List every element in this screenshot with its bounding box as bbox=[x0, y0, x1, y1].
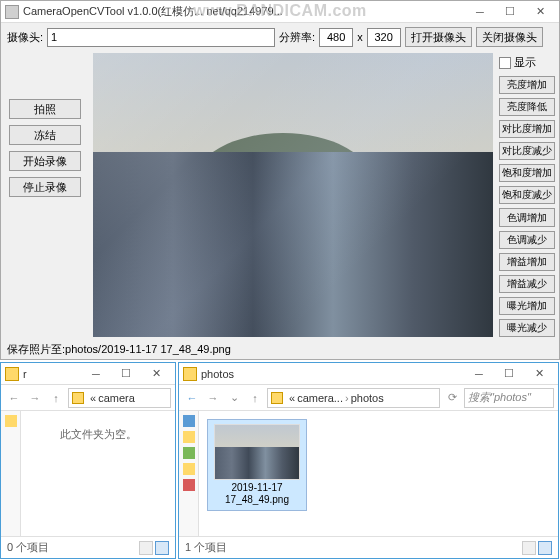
explorer1-title: r bbox=[23, 368, 81, 380]
camera-preview bbox=[93, 53, 493, 337]
view-icons-icon[interactable] bbox=[155, 541, 169, 555]
forward-icon[interactable]: → bbox=[204, 389, 222, 407]
resolution-label: 分辨率: bbox=[279, 30, 315, 45]
explorer2-nav: ← → ⌄ ↑ « camera... › photos ⟳ 搜索"photos… bbox=[179, 385, 558, 411]
hue-up-button[interactable]: 色调增加 bbox=[499, 208, 555, 226]
view-icons-icon[interactable] bbox=[538, 541, 552, 555]
breadcrumb-item[interactable]: « bbox=[289, 392, 295, 404]
item-count: 1 个项目 bbox=[185, 540, 227, 555]
view-details-icon[interactable] bbox=[139, 541, 153, 555]
explorer2-titlebar: photos ─ ☐ ✕ bbox=[179, 363, 558, 385]
refresh-icon[interactable]: ⟳ bbox=[443, 389, 461, 407]
folder-icon bbox=[5, 367, 19, 381]
quickaccess-icon[interactable] bbox=[183, 415, 195, 427]
explorer2-statusbar: 1 个项目 bbox=[179, 536, 558, 558]
maximize-button[interactable]: ☐ bbox=[495, 3, 525, 21]
exposure-down-button[interactable]: 曝光减少 bbox=[499, 319, 555, 337]
folder-icon bbox=[72, 392, 84, 404]
show-checkbox[interactable] bbox=[499, 57, 511, 69]
explorer2-maximize[interactable]: ☐ bbox=[494, 365, 524, 383]
watermark: www.BANDICAM.com bbox=[193, 2, 367, 20]
show-label: 显示 bbox=[514, 55, 536, 70]
view-details-icon[interactable] bbox=[522, 541, 536, 555]
start-record-button[interactable]: 开始录像 bbox=[9, 151, 81, 171]
explorer1-sidebar bbox=[1, 411, 21, 536]
capture-button[interactable]: 拍照 bbox=[9, 99, 81, 119]
back-icon[interactable]: ← bbox=[5, 389, 23, 407]
explorer2-title: photos bbox=[201, 368, 464, 380]
app-icon bbox=[5, 5, 19, 19]
left-panel: 拍照 冻结 开始录像 停止录像 bbox=[1, 51, 91, 339]
forward-icon[interactable]: → bbox=[26, 389, 44, 407]
folder-icon bbox=[271, 392, 283, 404]
contrast-up-button[interactable]: 对比度增加 bbox=[499, 120, 555, 138]
explorer2-breadcrumb[interactable]: « camera... › photos bbox=[267, 388, 440, 408]
explorer2-minimize[interactable]: ─ bbox=[464, 365, 494, 383]
up-icon[interactable]: ↑ bbox=[47, 389, 65, 407]
desktop-icon[interactable] bbox=[183, 431, 195, 443]
explorer-window-2: photos ─ ☐ ✕ ← → ⌄ ↑ « camera... › photo… bbox=[178, 362, 559, 559]
gain-down-button[interactable]: 增益减少 bbox=[499, 275, 555, 293]
explorer1-breadcrumb[interactable]: « camera bbox=[68, 388, 171, 408]
pictures-icon[interactable] bbox=[183, 479, 195, 491]
dropdown-icon[interactable]: ⌄ bbox=[225, 389, 243, 407]
folder-icon bbox=[183, 367, 197, 381]
downloads-icon[interactable] bbox=[183, 447, 195, 459]
height-input[interactable] bbox=[367, 28, 401, 47]
brightness-up-button[interactable]: 亮度增加 bbox=[499, 76, 555, 94]
camera-input[interactable] bbox=[47, 28, 275, 47]
status-label: 保存照片至: bbox=[7, 342, 65, 357]
explorer1-maximize[interactable]: ☐ bbox=[111, 365, 141, 383]
empty-message: 此文件夹为空。 bbox=[29, 427, 167, 442]
close-camera-button[interactable]: 关闭摄像头 bbox=[476, 27, 543, 47]
brightness-down-button[interactable]: 亮度降低 bbox=[499, 98, 555, 116]
exposure-up-button[interactable]: 曝光增加 bbox=[499, 297, 555, 315]
explorer-window-1: r ─ ☐ ✕ ← → ↑ « camera 此文件夹为空。 0 个项目 bbox=[0, 362, 176, 559]
quickaccess-icon[interactable] bbox=[5, 415, 17, 427]
search-input[interactable]: 搜索"photos" bbox=[464, 388, 554, 408]
explorer1-statusbar: 0 个项目 bbox=[1, 536, 175, 558]
explorer2-content[interactable]: 2019-11-17 17_48_49.png bbox=[199, 411, 558, 536]
main-app-window: CameraOpenCVTool v1.0.0(红模仿... net/qq214… bbox=[0, 0, 560, 360]
explorer2-close[interactable]: ✕ bbox=[524, 365, 554, 383]
explorer1-minimize[interactable]: ─ bbox=[81, 365, 111, 383]
saturation-down-button[interactable]: 饱和度减少 bbox=[499, 186, 555, 204]
saturation-up-button[interactable]: 饱和度增加 bbox=[499, 164, 555, 182]
toolbar: 摄像头: 分辨率: x 打开摄像头 关闭摄像头 bbox=[1, 23, 559, 51]
camera-label: 摄像头: bbox=[7, 30, 43, 45]
hue-down-button[interactable]: 色调减少 bbox=[499, 231, 555, 249]
file-name: 2019-11-17 17_48_49.png bbox=[212, 482, 302, 506]
back-icon[interactable]: ← bbox=[183, 389, 201, 407]
close-button[interactable]: ✕ bbox=[525, 3, 555, 21]
open-camera-button[interactable]: 打开摄像头 bbox=[405, 27, 472, 47]
explorer2-sidebar bbox=[179, 411, 199, 536]
minimize-button[interactable]: ─ bbox=[465, 3, 495, 21]
breadcrumb-item[interactable]: « bbox=[90, 392, 96, 404]
breadcrumb-item[interactable]: photos bbox=[351, 392, 384, 404]
file-item[interactable]: 2019-11-17 17_48_49.png bbox=[207, 419, 307, 511]
explorer1-titlebar: r ─ ☐ ✕ bbox=[1, 363, 175, 385]
documents-icon[interactable] bbox=[183, 463, 195, 475]
up-icon[interactable]: ↑ bbox=[246, 389, 264, 407]
breadcrumb-item[interactable]: camera bbox=[98, 392, 135, 404]
chevron-right-icon: › bbox=[345, 392, 349, 404]
explorer1-content[interactable]: 此文件夹为空。 bbox=[21, 411, 175, 536]
stop-record-button[interactable]: 停止录像 bbox=[9, 177, 81, 197]
status-path: photos/2019-11-17 17_48_49.png bbox=[65, 343, 231, 355]
explorer1-nav: ← → ↑ « camera bbox=[1, 385, 175, 411]
right-panel: 显示 亮度增加 亮度降低 对比度增加 对比度减少 饱和度增加 饱和度减少 色调增… bbox=[495, 51, 559, 339]
breadcrumb-item[interactable]: camera... bbox=[297, 392, 343, 404]
statusbar: 保存照片至: photos/2019-11-17 17_48_49.png bbox=[1, 339, 559, 359]
times-label: x bbox=[357, 31, 363, 43]
explorer1-close[interactable]: ✕ bbox=[141, 365, 171, 383]
freeze-button[interactable]: 冻结 bbox=[9, 125, 81, 145]
width-input[interactable] bbox=[319, 28, 353, 47]
file-thumbnail bbox=[214, 424, 300, 480]
contrast-down-button[interactable]: 对比度减少 bbox=[499, 142, 555, 160]
gain-up-button[interactable]: 增益增加 bbox=[499, 253, 555, 271]
item-count: 0 个项目 bbox=[7, 540, 49, 555]
